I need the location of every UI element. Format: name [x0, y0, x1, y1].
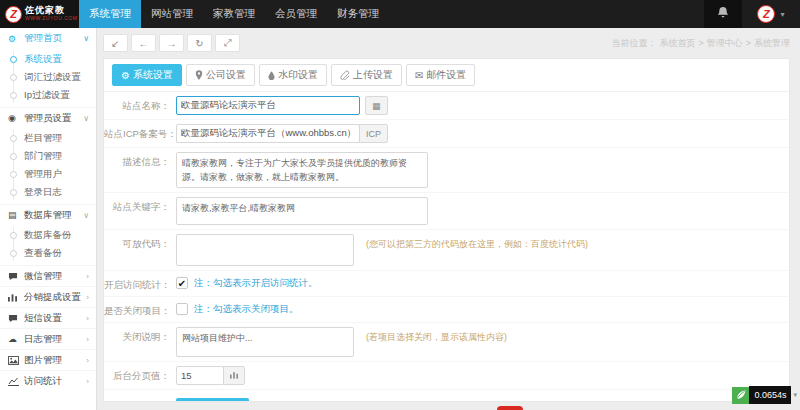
leaf-icon	[732, 387, 749, 404]
sidebar-group-visit-stats[interactable]: 访问统计 ›	[0, 370, 96, 391]
page-size-addon-button[interactable]	[223, 366, 245, 385]
chevron-down-icon: ∨	[83, 114, 89, 123]
back-button[interactable]: ←	[131, 34, 156, 52]
sidebar-group-admin-settings[interactable]: ◉ 管理员设置 ∨	[0, 107, 96, 128]
sidebar-group-logs[interactable]: ☁ 日志管理 ›	[0, 328, 96, 349]
close-note-textarea[interactable]: 网站项目维护中...	[176, 327, 354, 357]
paperclip-icon	[340, 70, 350, 80]
sidebar-group-label: 日志管理	[24, 333, 62, 346]
close-note-hint: (若项目选择关闭，显示该属性内容)	[366, 327, 507, 344]
keywords-textarea[interactable]: 请家教,家教平台,晴教家教网	[176, 197, 428, 225]
sidebar-item-db-backup[interactable]: 数据库备份	[0, 226, 96, 244]
bell-icon	[717, 5, 729, 23]
chevron-right-icon: ›	[86, 377, 89, 386]
sidebar-item-view-backup[interactable]: 查看备份	[0, 244, 96, 262]
form-row-keywords: 站点关键字： 请家教,家教平台,晴教家教网	[104, 193, 789, 230]
brand-subtitle: WWW.ZUYOU.COM	[25, 16, 77, 22]
bar-chart-icon	[8, 293, 21, 302]
nav-item-system[interactable]: 系统管理	[79, 0, 141, 28]
nav-item-members[interactable]: 会员管理	[265, 0, 327, 28]
visit-stats-label: 开启访问统计：	[104, 275, 170, 292]
breadcrumb-item-system: 系统管理	[754, 37, 790, 50]
sidebar-group-label: 短信设置	[24, 312, 62, 325]
nav-item-website[interactable]: 网站管理	[141, 0, 203, 28]
target-icon: ◉	[8, 113, 21, 123]
main-content: ↙ ← → ↻ ⤢ 当前位置： 系统首页 > 管理中心 > 系统管理 ⚙ 系统设…	[98, 28, 800, 410]
sidebar-group-sms[interactable]: 短信设置 ›	[0, 307, 96, 328]
visit-stats-checkbox[interactable]: ✔	[176, 277, 188, 289]
sidebar-item-admin-users[interactable]: 管理用户	[0, 165, 96, 183]
shrink-button[interactable]: ↙	[103, 34, 128, 52]
chevron-right-icon: ›	[86, 356, 89, 365]
cloud-icon: ☁	[8, 334, 21, 344]
chevron-down-icon: ▾	[780, 10, 784, 19]
code-label: 可放代码：	[104, 234, 170, 251]
sidebar-group-label: 管理员设置	[24, 112, 72, 125]
topbar: Z 佐优家教 WWW.ZUYOU.COM 系统管理 网站管理 家教管理 会员管理…	[0, 0, 800, 28]
user-menu[interactable]: Z ▾	[742, 0, 800, 28]
breadcrumb-separator: >	[698, 38, 703, 48]
breadcrumb-item-admin-center[interactable]: 管理中心	[707, 37, 743, 50]
sidebar-item-word-filter[interactable]: 词汇过滤设置	[0, 68, 96, 86]
form-row-code: 可放代码： (您可以把第三方的代码放在这里，例如：百度统计代码)	[104, 230, 789, 271]
shrink-icon: ↙	[111, 38, 119, 49]
line-chart-icon	[8, 377, 21, 386]
sidebar-item-ip-filter[interactable]: Ip过滤设置	[0, 86, 96, 104]
sidebar-group-commission[interactable]: 分销提成设置 ›	[0, 286, 96, 307]
form-row-icp: 站点ICP备案号： ICP	[104, 120, 789, 148]
chevron-right-icon: ›	[86, 293, 89, 302]
sidebar-item-departments[interactable]: 部门管理	[0, 147, 96, 165]
site-name-input[interactable]	[176, 96, 360, 115]
page-size-input[interactable]	[176, 366, 224, 385]
comment-icon	[8, 272, 21, 281]
icp-addon: ICP	[359, 124, 388, 143]
performance-badge[interactable]: 0.0654s ▾	[732, 386, 797, 404]
sidebar-group-database[interactable]: ▤ 数据库管理 ∨	[0, 204, 96, 225]
breadcrumb-item-home[interactable]: 系统首页	[659, 37, 695, 50]
sidebar: ⚙ 管理首页 ∨ 系统设置 词汇过滤设置 Ip过滤设置 ◉ 管理员设置 ∨ 栏目…	[0, 28, 97, 410]
refresh-icon: ↻	[195, 38, 203, 49]
description-textarea[interactable]: 晴教家教网，专注于为广大家长及学员提供优质的教师资源。请家教，做家教，就上晴教家…	[176, 152, 428, 188]
tab-company-settings[interactable]: 公司设置	[186, 64, 255, 86]
nav-item-tutoring[interactable]: 家教管理	[203, 0, 265, 28]
sidebar-group-label: 访问统计	[24, 375, 62, 388]
tab-system-settings[interactable]: ⚙ 系统设置	[112, 64, 182, 86]
sidebar-group-images[interactable]: 图片管理 ›	[0, 349, 96, 370]
save-button[interactable]: ⚙ 确定保存	[176, 398, 249, 402]
tab-label: 水印设置	[278, 68, 318, 82]
chevron-down-icon: ∨	[83, 211, 89, 220]
chevron-down-icon: ∨	[83, 34, 89, 43]
close-project-checkbox[interactable]	[176, 303, 188, 315]
brand-logo[interactable]: Z 佐优家教 WWW.ZUYOU.COM	[0, 0, 79, 28]
tab-label: 系统设置	[133, 68, 173, 82]
form-row-close-note: 关闭说明： 网站项目维护中... (若项目选择关闭，显示该属性内容)	[104, 323, 789, 362]
refresh-button[interactable]: ↻	[187, 34, 212, 52]
breadcrumb-separator: >	[746, 38, 751, 48]
page-below-logo-peek	[497, 406, 523, 410]
sidebar-group-admin-home[interactable]: ⚙ 管理首页 ∨	[0, 28, 96, 49]
sidebar-item-columns[interactable]: 栏目管理	[0, 129, 96, 147]
tab-upload-settings[interactable]: 上传设置	[331, 64, 402, 86]
grid-addon-button[interactable]: ▦	[365, 96, 388, 115]
sidebar-group-label: 图片管理	[24, 354, 62, 367]
code-textarea[interactable]	[176, 234, 354, 266]
grid-icon: ▦	[372, 101, 381, 111]
tab-watermark-settings[interactable]: 水印设置	[259, 64, 327, 86]
fullscreen-button[interactable]: ⤢	[215, 34, 240, 52]
site-name-label: 站点名称：	[104, 96, 170, 113]
chevron-right-icon: ›	[86, 335, 89, 344]
close-project-label: 是否关闭项目：	[104, 301, 170, 318]
icp-input[interactable]	[176, 124, 360, 143]
sidebar-group-label: 数据库管理	[24, 209, 72, 222]
chevron-right-icon: ›	[86, 272, 89, 281]
page-size-label: 后台分页值：	[104, 366, 170, 383]
chevron-right-icon: ›	[86, 314, 89, 323]
notifications-button[interactable]	[704, 0, 742, 28]
sidebar-group-wechat[interactable]: 微信管理 ›	[0, 265, 96, 286]
nav-item-finance[interactable]: 财务管理	[327, 0, 389, 28]
sidebar-item-system-settings[interactable]: 系统设置	[0, 50, 96, 68]
sidebar-item-login-log[interactable]: 登录日志	[0, 183, 96, 201]
forward-button[interactable]: →	[159, 34, 184, 52]
tab-mail-settings[interactable]: ✉ 邮件设置	[406, 64, 475, 86]
gear-icon: ⚙	[8, 34, 21, 44]
